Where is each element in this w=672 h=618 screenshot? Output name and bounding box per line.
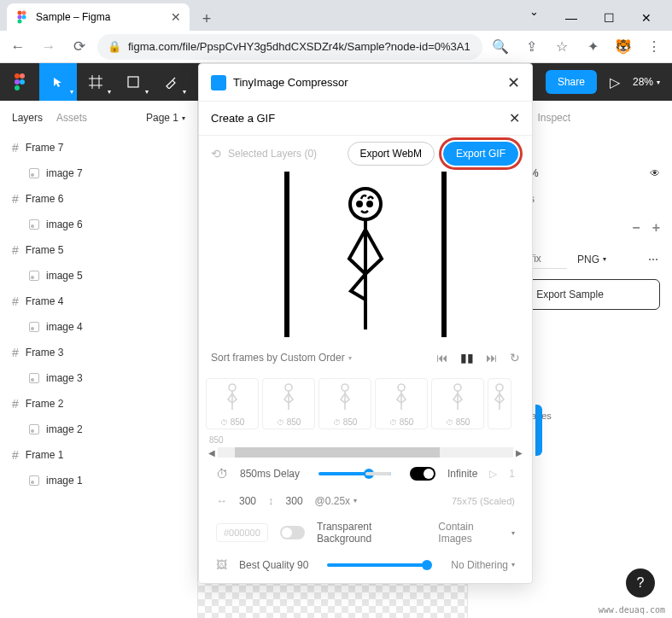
next-frame-icon[interactable]: ⏭ [486,351,498,364]
export-options-icon[interactable]: ⋯ [648,254,660,265]
frame-tool[interactable]: ▾ [77,63,114,101]
loop-icon[interactable]: ↻ [510,351,520,364]
layer-frame[interactable]: #Frame 4 [0,289,197,314]
help-button[interactable]: ? [626,568,655,598]
share-url-icon[interactable]: ⇪ [518,34,544,60]
plus-icon[interactable]: + [652,220,660,236]
layer-image[interactable]: image 2 [0,417,197,442]
eye-icon[interactable]: 👁 [650,167,660,179]
layer-frame[interactable]: #Frame 2 [0,391,197,417]
dithering-dropdown[interactable]: No Dithering▾ [451,559,515,571]
profile-avatar[interactable]: 🐯 [611,34,636,60]
address-bar[interactable]: 🔒 figma.com/file/PpspCvHY3g5dhdCXSDZr4k/… [97,34,482,60]
layer-frame[interactable]: #Frame 7 [0,135,197,160]
export-webm-button[interactable]: Export WebM [348,142,435,166]
tab-inspect[interactable]: Inspect [537,112,570,124]
infinite-label: Infinite [447,468,477,480]
browser-tab[interactable]: Sample – Figma ✕ [7,3,190,31]
lock-icon: 🔒 [108,40,121,53]
frame-icon: # [12,243,19,257]
hidden-blue-button-edge [535,405,542,456]
export-gif-button[interactable]: Export GIF [443,142,518,166]
maximize-button[interactable]: ☐ [590,5,628,31]
tab-layers[interactable]: Layers [12,112,43,124]
bookmark-icon[interactable]: ☆ [549,34,575,60]
layer-frame[interactable]: #Frame 3 [0,340,197,365]
plugin-close-icon[interactable]: ✕ [507,73,520,92]
move-tool[interactable]: ▾ [39,63,77,101]
close-window-button[interactable]: ✕ [628,5,665,31]
loop-count: 1 [509,468,515,480]
layer-image[interactable]: image 7 [0,160,197,186]
frames-strip[interactable]: 850 850850850850850 [199,373,532,433]
svg-point-7 [15,79,20,85]
present-button[interactable]: ▷ [602,74,628,90]
frame-thumbnail[interactable] [488,378,511,429]
image-icon [29,373,39,383]
scaled-dims: 75x75 (Scaled) [452,496,515,506]
quality-slider[interactable] [327,563,429,567]
frame-thumbnail[interactable]: 850 [262,378,315,429]
share-button[interactable]: Share [546,70,597,94]
frame-thumbnail[interactable]: 850 [431,378,484,429]
image-icon [29,271,39,281]
scale-dropdown[interactable]: @0.25x▾ [315,495,358,507]
watermark: www.deuaq.com [599,605,665,615]
shape-tool[interactable]: ▾ [114,63,152,101]
play-once-icon: ▷ [489,468,497,480]
new-tab-button[interactable]: + [195,7,219,31]
layer-image[interactable]: image 5 [0,263,197,289]
pause-icon[interactable]: ▮▮ [460,351,474,364]
frame-thumbnail[interactable]: 850 [206,378,259,429]
menu-icon[interactable]: ⋮ [641,34,667,60]
frame-thumbnail[interactable]: 850 [375,378,428,429]
svg-rect-14 [128,77,138,87]
layer-image[interactable]: image 4 [0,314,197,340]
strip-left-ms: 850 [209,435,224,445]
tab-assets[interactable]: Assets [56,112,87,124]
layer-image[interactable]: image 3 [0,365,197,391]
zoom-control[interactable]: 28%▾ [633,76,660,88]
tab-close-icon[interactable]: ✕ [171,10,181,24]
frame-thumbnail[interactable]: 850 [318,378,371,429]
tinyimage-plugin-dialog: TinyImage Compressor ✕ Create a GIF ✕ ⟲ … [198,63,533,584]
layer-frame[interactable]: #Frame 1 [0,442,197,468]
figma-menu-button[interactable] [0,63,39,101]
page-selector[interactable]: Page 1▾ [146,112,185,124]
zoom-icon[interactable]: 🔍 [488,34,513,60]
svg-point-2 [18,15,22,20]
layer-image[interactable]: image 6 [0,212,197,237]
height-value[interactable]: 300 [286,495,303,507]
sort-dropdown[interactable]: Sort frames by Custom Order▾ [211,352,352,364]
extensions-icon[interactable]: ✦ [580,34,605,60]
svg-point-17 [368,202,371,206]
clock-icon: ⏱ [216,467,228,481]
image-icon [29,424,39,434]
layer-frame[interactable]: #Frame 5 [0,237,197,263]
svg-point-5 [15,73,20,79]
contain-dropdown[interactable]: Contain Images▾ [438,521,515,545]
minus-icon[interactable]: − [632,220,640,236]
chevron-down-icon[interactable]: ⌄ [515,5,552,31]
bg-hex-input[interactable]: #000000 [216,523,268,542]
export-format-dropdown[interactable]: PNG▾ [577,254,606,265]
plugin-sub-close-icon[interactable]: ✕ [509,110,520,126]
svg-point-4 [18,20,22,24]
transparent-bg-toggle[interactable] [280,526,305,539]
minimize-button[interactable]: — [552,5,590,31]
reload-button[interactable]: ⟳ [67,34,92,60]
width-value[interactable]: 300 [239,495,256,507]
frames-scrollbar[interactable]: ◀ ▶ [199,445,532,460]
tab-title: Sample – Figma [36,11,164,23]
refresh-icon[interactable]: ⟲ [211,147,221,160]
layer-frame[interactable]: #Frame 6 [0,186,197,212]
layer-image[interactable]: image 1 [0,468,197,493]
infinite-toggle[interactable] [410,467,435,481]
quality-icon: 🖼 [216,558,227,571]
back-button[interactable]: ← [5,34,31,60]
image-icon [29,322,39,332]
delay-slider[interactable] [318,472,391,475]
pen-tool[interactable]: ▾ [152,63,190,101]
width-icon: ↔ [216,494,227,507]
prev-frame-icon[interactable]: ⏮ [436,351,448,364]
